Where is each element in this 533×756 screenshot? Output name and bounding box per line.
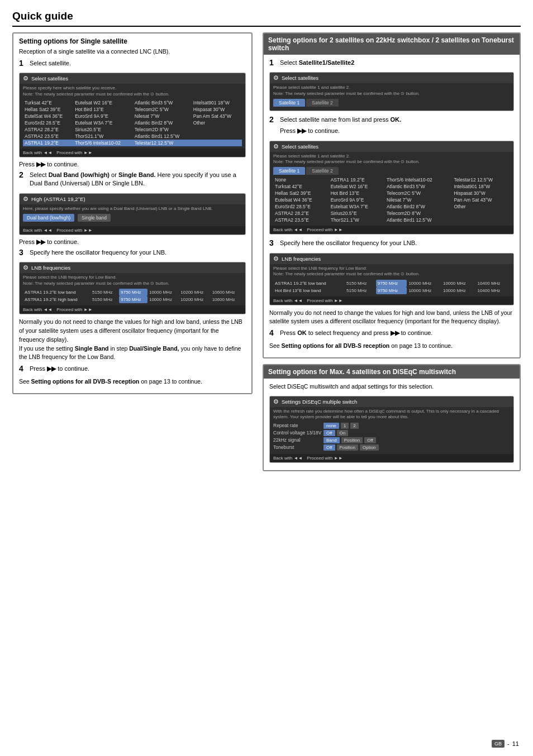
diseqc-opt-1[interactable]: 1 [341, 423, 349, 429]
diseqc-voltage-off[interactable]: Off [323, 430, 335, 436]
page-divider: - [507, 740, 510, 747]
diseqc-22khz-options: Band Position Off [323, 437, 376, 443]
right-step-2: 2 Select satellite name from list and pr… [269, 116, 514, 137]
diseqc-back: Back with ◄◄ [273, 456, 302, 461]
table-row: ASTRA2 28.2°ESirius20.5°ETelecom2D 8°W [23, 126, 242, 133]
right-body-text-1: Normally you do not need to change the v… [269, 309, 514, 327]
freq-row-1: ASTRA1 19.2°E low band 5150 MHz 9750 MHz… [23, 289, 242, 296]
right-freq-table: ASTRA1 19.2°E low band 5150 MHz 9750 MHz… [273, 280, 510, 294]
table-row: Turksat 42°EEutelsat W2 16°EAtlantic Bir… [23, 99, 242, 106]
diseqc-22khz-off[interactable]: Off [364, 437, 376, 443]
diseqc-voltage-options: Off On [323, 430, 348, 436]
right-press-line-2: Press ▶▶ to continue. [280, 127, 514, 135]
right-step-2-content: Select satellite name from list and pres… [280, 116, 514, 137]
diseqc-22khz-position[interactable]: Position [341, 437, 363, 443]
right-screen-2-note: Please select satellite 1 and satellite … [273, 154, 510, 165]
tab-satellite2[interactable]: Satellite 2 [306, 99, 338, 107]
step-4: 4 Press ▶▶ to continue. [19, 365, 246, 375]
diseqc-section: Setting options for Max. 4 satellites on… [263, 364, 521, 471]
diseqc-toneburst-option[interactable]: Option [360, 444, 379, 451]
table-row: EuroSrd2 28.5°EEutelsat W3A 7°EAtlantic … [273, 203, 510, 210]
body-text-1: Normally you do not need to change the v… [19, 318, 246, 362]
step-1-text: Select satellite. [30, 59, 246, 68]
screen-3-back: Back with ◄◄ [23, 307, 52, 312]
table-row: ASTRA2 23.5°EThorS21.1°WAtlantic Bird1 1… [23, 133, 242, 140]
screen-2: ⚙ High (ASTRA1 19,2°E) Here, please spec… [19, 193, 246, 235]
step-1: 1 Select satellite. [19, 59, 246, 69]
step-4-content: Press ▶▶ to continue. [30, 365, 246, 375]
diseqc-voltage-on[interactable]: On [337, 430, 349, 436]
right-step-4-content: Press OK to select frequency and press ▶… [280, 329, 514, 339]
screen-3-note: Please select the LNB frequency for Low … [23, 275, 242, 286]
right-screen-1-note: Please select satellite 1 and satellite … [273, 85, 510, 97]
tab-sat2-2[interactable]: Satellite 2 [306, 167, 338, 175]
freq-10000-2: 10000 MHz [147, 296, 179, 303]
diseqc-section-title: Setting options for Max. 4 satellites on… [264, 365, 520, 379]
diseqc-opt-none[interactable]: none [323, 423, 339, 429]
right-screen-1-body: Please select satellite 1 and satellite … [270, 83, 513, 111]
screen-1-title: Select satellites [31, 75, 68, 82]
right-step-4: 4 Press OK to select frequency and press… [269, 329, 514, 339]
diseqc-opt-2[interactable]: 2 [350, 423, 358, 429]
freq-10600: 10600 MHz [211, 289, 242, 296]
right-screen-2-body: Please select satellite 1 and satellite … [270, 152, 513, 226]
step-1-content: Select satellite. [30, 59, 246, 69]
right-screen-1: ⚙ Select satellites Please select satell… [269, 72, 514, 111]
gb-badge: GB [492, 740, 505, 748]
table-row: EuroSrd2 28.5°EEutelsat W3A 7°EAtlantic … [23, 119, 242, 126]
two-satellite-title-text: Setting options for 2 satellites on 22kH… [268, 36, 514, 52]
right-screen-3-proceed: Proceed with ►► [307, 298, 342, 303]
gear-icon-diseqc: ⚙ [273, 398, 279, 405]
right-freq-row-2: Hot Bird 13°E low band 5150 MHz 9750 MHz… [273, 287, 510, 294]
diseqc-screen-header: ⚙ Settings DiSEqC multiple switch [270, 396, 513, 407]
screen-3-proceed: Proceed with ►► [56, 307, 92, 312]
r-freq-10000-2: 10000 MHz [441, 280, 476, 287]
freq-9750-2-selected: 9750 MHz [119, 296, 147, 303]
diseqc-toneburst-off[interactable]: Off [323, 444, 335, 451]
right-screen-2-title: Select satellites [282, 143, 318, 150]
r-freq-10000-4: 10000 MHz [441, 287, 476, 294]
r-freq-5150: 5150 MHz [345, 280, 376, 287]
right-step-2-text: Select satellite name from list and pres… [280, 116, 514, 124]
diseqc-toneburst-label: Toneburst [273, 444, 323, 450]
right-screen-3-title: LNB frequencies [282, 256, 321, 262]
tab-sat1-2[interactable]: Satellite 1 [273, 167, 305, 175]
screen-1-table: Turksat 42°EEutelsat W2 16°EAtlantic Bir… [23, 99, 242, 146]
single-satellite-intro: Reception of a single satellite via a co… [19, 47, 246, 56]
diseqc-screen-note: With the refresh rate you determine how … [273, 409, 510, 420]
two-satellite-title: Setting options for 2 satellites on 22kH… [264, 34, 520, 55]
right-step-3-number: 3 [269, 239, 277, 247]
screen-2-proceed: Proceed with ►► [56, 228, 92, 233]
right-screen-2: ⚙ Select satellites Please select satell… [269, 141, 514, 235]
gear-icon: ⚙ [23, 75, 28, 82]
table-row: NoneASTRA1 19.2°EThorS/6 Intelsat10-02Te… [273, 176, 510, 183]
freq-10200: 10200 MHz [179, 289, 210, 296]
screen-1: ⚙ Select satellites Please specify here … [19, 73, 246, 157]
diseqc-22khz-label: 22kHz signal [273, 437, 323, 443]
diseqc-toneburst-position[interactable]: Position [337, 444, 358, 451]
tab-satellite1[interactable]: Satellite 1 [273, 99, 305, 107]
right-screen-1-header: ⚙ Select satellites [270, 73, 513, 83]
right-step-1-content: Select Satellite1/Satellite2 [280, 59, 514, 69]
page: Quick guide Setting options for Single s… [0, 0, 533, 756]
press-text-1: Press ▶▶ to continue. [19, 161, 79, 168]
right-step-4-number: 4 [269, 329, 277, 337]
freq-10000: 10000 MHz [147, 289, 179, 296]
diseqc-voltage-label: Control voltage 13/18V [273, 430, 323, 436]
step-2: 2 Select Dual Band (low/high) or Single … [19, 171, 246, 190]
right-step-2-number: 2 [269, 116, 277, 124]
step-3-text: Specify here the oscillator frequency fo… [30, 248, 246, 257]
single-band-button[interactable]: Single band [78, 214, 111, 222]
page-title: Quick guide [12, 10, 521, 27]
diseqc-repeat-options: none 1 2 [323, 423, 359, 429]
freq-row-2-label: ASTRA1 19.2°E high band [23, 296, 91, 303]
tab-row-2: Satellite 1 Satellite 2 [273, 167, 510, 175]
diseqc-title-text: Setting options for Max. 4 satellites on… [268, 368, 456, 376]
screen-3-body: Please select the LNB frequency for Low … [20, 273, 245, 305]
dual-band-button[interactable]: Dual band (low/high) [23, 214, 74, 222]
right-screen-3-footer: Back with ◄◄ Proceed with ►► [270, 296, 513, 305]
single-satellite-title: Setting options for Single satellite [19, 37, 246, 45]
diseqc-22khz-band[interactable]: Band [323, 437, 340, 443]
step-2-text: Select Dual Band (low/high) or Single Ba… [30, 171, 246, 188]
right-screen-2-proceed: Proceed with ►► [307, 227, 342, 232]
